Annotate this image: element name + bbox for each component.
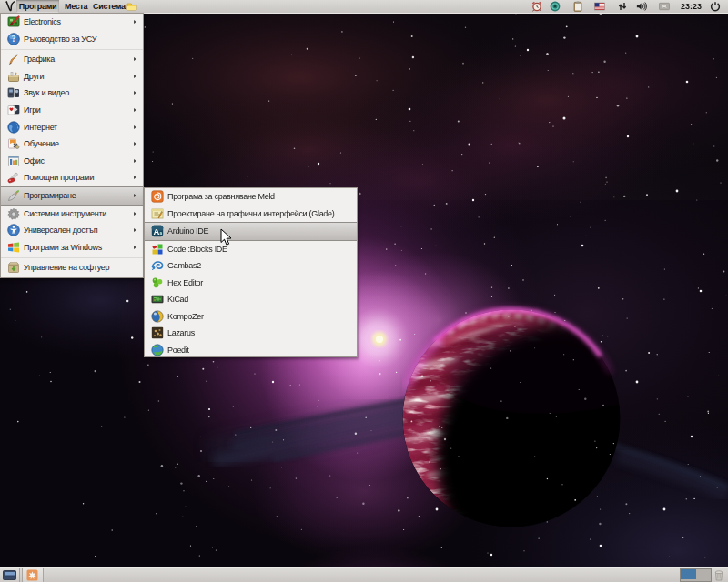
svg-text:?: ? <box>12 35 16 44</box>
